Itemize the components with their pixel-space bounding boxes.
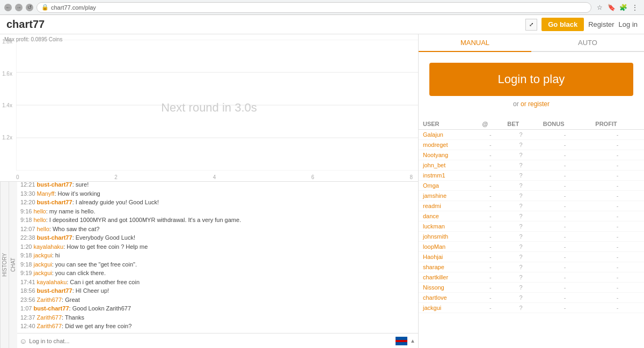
- at-cell: -: [478, 283, 503, 293]
- profit-cell: -: [591, 303, 644, 313]
- history-chat-wrapper: HISTORY CHAT 10:12 bust-chart77: give yo…: [0, 182, 418, 348]
- table-row: chartkiller - ? - -: [419, 272, 644, 283]
- bet-cell: ?: [503, 171, 539, 181]
- col-profit: PROFIT: [591, 119, 644, 130]
- register-link[interactable]: Register: [588, 20, 614, 28]
- address-bar[interactable]: 🔒 chart77.com/play: [36, 2, 591, 13]
- flag-icon[interactable]: [396, 337, 407, 345]
- bet-cell: ?: [503, 150, 539, 160]
- table-row: chartlove - ? - -: [419, 293, 644, 303]
- profit-cell: -: [591, 191, 644, 201]
- user-cell: Omga: [419, 181, 478, 191]
- profit-cell: -: [591, 252, 644, 262]
- at-cell: -: [478, 272, 503, 283]
- list-item: 9:18 jackgui: hi: [20, 251, 415, 260]
- user-cell: johnsmith: [419, 232, 478, 242]
- register-link-bet[interactable]: or register: [521, 100, 550, 108]
- refresh-button[interactable]: ↺: [26, 4, 33, 11]
- at-cell: -: [478, 130, 503, 140]
- user-cell: sharape: [419, 262, 478, 272]
- go-black-button[interactable]: Go black: [541, 18, 584, 31]
- extension-icon[interactable]: 🧩: [618, 3, 628, 12]
- user-cell: Galajun: [419, 130, 478, 140]
- at-cell: -: [478, 252, 503, 262]
- at-cell: -: [478, 181, 503, 191]
- users-table[interactable]: USER @ BET BONUS PROFIT Galajun - ? - - …: [419, 119, 644, 348]
- tab-manual[interactable]: MANUAL: [419, 34, 531, 52]
- y-label-18: 1.8x: [2, 39, 12, 45]
- bonus-cell: -: [539, 211, 591, 221]
- top-nav: chart77 ⤢ Go black Register Log in: [0, 15, 644, 34]
- y-label-14: 1.4x: [2, 102, 12, 108]
- bonus-cell: -: [539, 221, 591, 232]
- chat-input-bar: ☺ ▲: [17, 333, 418, 348]
- x-label-2: 2: [114, 174, 118, 180]
- bet-cell: ?: [503, 272, 539, 283]
- profit-cell: -: [591, 272, 644, 283]
- list-item: 1:20 kayalahaku: How to get free coin ? …: [20, 242, 415, 251]
- bet-cell: ?: [503, 252, 539, 262]
- table-row: sharape - ? - -: [419, 262, 644, 272]
- table-row: john_bet - ? - -: [419, 160, 644, 171]
- bonus-cell: -: [539, 181, 591, 191]
- bet-cell: ?: [503, 221, 539, 232]
- profit-cell: -: [591, 171, 644, 181]
- chat-content: 10:12 bust-chart77: give you information…: [17, 182, 418, 348]
- bet-cell: ?: [503, 191, 539, 201]
- at-cell: -: [478, 303, 503, 313]
- table-row: jackgui - ? - -: [419, 303, 644, 313]
- y-label-12: 1.2x: [2, 135, 12, 140]
- bet-cell: ?: [503, 232, 539, 242]
- back-button[interactable]: ←: [4, 4, 12, 11]
- login-link[interactable]: Log in: [619, 20, 638, 28]
- list-item: 9:16 hello: my name is hello.: [20, 207, 415, 216]
- x-label-0: 0: [16, 174, 19, 180]
- bonus-cell: -: [539, 201, 591, 211]
- table-row: dance - ? - -: [419, 211, 644, 221]
- list-item: 23:56 Zarith677: Great: [20, 295, 415, 305]
- at-cell: -: [478, 140, 503, 150]
- forward-button[interactable]: →: [15, 4, 23, 11]
- bonus-cell: -: [539, 232, 591, 242]
- at-cell: -: [478, 221, 503, 232]
- bookmark-icon[interactable]: 🔖: [606, 3, 616, 12]
- at-cell: -: [478, 262, 503, 272]
- bet-cell: ?: [503, 181, 539, 191]
- tab-auto[interactable]: AUTO: [531, 34, 644, 52]
- bonus-cell: -: [539, 130, 591, 140]
- profit-cell: -: [591, 293, 644, 303]
- user-cell: luckman: [419, 221, 478, 232]
- list-item: 22:38 bust-chart77: Everybody Good Luck!: [20, 233, 415, 242]
- bet-cell: ?: [503, 201, 539, 211]
- user-cell: dance: [419, 211, 478, 221]
- bet-cell: ?: [503, 140, 539, 150]
- at-cell: -: [478, 242, 503, 252]
- smiley-icon: ☺: [19, 337, 27, 345]
- list-item: 9:18 jackgui: you can see the "get free …: [20, 260, 415, 269]
- fullscreen-button[interactable]: ⤢: [525, 19, 537, 31]
- profit-cell: -: [591, 221, 644, 232]
- at-cell: -: [478, 232, 503, 242]
- user-cell: jackgui: [419, 303, 478, 313]
- menu-icon[interactable]: ⋮: [630, 3, 640, 12]
- history-side-label: HISTORY: [0, 182, 9, 348]
- list-item: 1:07 bust-chart77: Good Lookn Zarith677: [20, 304, 415, 313]
- bet-table: USER @ BET BONUS PROFIT Galajun - ? - - …: [419, 119, 644, 313]
- x-label-4: 4: [213, 174, 216, 180]
- table-row: Nissong - ? - -: [419, 283, 644, 293]
- user-cell: jamshine: [419, 191, 478, 201]
- login-play-button[interactable]: Login to play: [429, 63, 633, 96]
- bet-cell: ?: [503, 242, 539, 252]
- chat-messages[interactable]: 10:12 bust-chart77: give you information…: [17, 182, 418, 333]
- col-bonus: BONUS: [539, 119, 591, 130]
- at-cell: -: [478, 160, 503, 171]
- chat-input[interactable]: [29, 338, 393, 344]
- col-bet: BET: [503, 119, 539, 130]
- y-axis-labels: 1.8x 1.6x 1.4x 1.2x: [0, 34, 14, 171]
- tabs-row: MANUAL AUTO: [419, 34, 644, 52]
- table-row: Nootyang - ? - -: [419, 150, 644, 160]
- star-icon[interactable]: ☆: [595, 3, 604, 12]
- x-label-8: 8: [409, 174, 413, 180]
- scroll-up-button[interactable]: ▲: [409, 338, 416, 344]
- bonus-cell: -: [539, 252, 591, 262]
